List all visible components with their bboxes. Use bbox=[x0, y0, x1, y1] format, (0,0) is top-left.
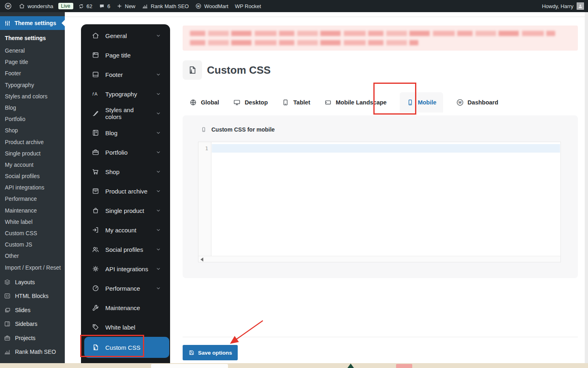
update-count: 62 bbox=[87, 3, 92, 9]
submenu-item-shop[interactable]: Shop bbox=[5, 125, 65, 136]
sidebar-item-theme-settings[interactable]: Theme settings bbox=[0, 16, 65, 30]
submenu-item-my-account[interactable]: My account bbox=[5, 160, 65, 171]
tab-label: Global bbox=[201, 99, 219, 106]
submenu-item-single-product[interactable]: Single product bbox=[5, 148, 65, 160]
save-options-button[interactable]: Save options bbox=[183, 345, 238, 360]
archive-icon bbox=[92, 187, 100, 195]
submenu-item-styles-and-colors[interactable]: Styles and colors bbox=[5, 91, 65, 102]
sliders-icon bbox=[4, 20, 11, 27]
sidebar-item-html-blocks[interactable]: HTML Blocks bbox=[0, 289, 65, 303]
brush-icon bbox=[92, 109, 100, 117]
tab-mobile-landscape[interactable]: Mobile Landscape bbox=[323, 92, 388, 113]
submenu-item-custom-css[interactable]: Custom CSS bbox=[5, 228, 65, 239]
sidebar-item-sidebars[interactable]: Sidebars bbox=[0, 317, 65, 331]
submenu-item-product-archive[interactable]: Product archive bbox=[5, 137, 65, 148]
theme-nav-general[interactable]: General bbox=[81, 26, 170, 45]
tab-label: Mobile Landscape bbox=[336, 99, 387, 106]
sidebar-item-rank-math-seo[interactable]: Rank Math SEO bbox=[0, 345, 65, 359]
avatar bbox=[577, 2, 584, 10]
theme-nav-shop[interactable]: Shop bbox=[81, 162, 170, 181]
theme-nav-single-product[interactable]: Single product bbox=[81, 201, 170, 220]
line-number: 1 bbox=[205, 144, 208, 153]
tab-desktop[interactable]: Desktop bbox=[232, 92, 268, 113]
theme-nav-performance[interactable]: Performance bbox=[81, 279, 170, 298]
tab-mobile[interactable]: Mobile bbox=[400, 92, 443, 113]
submenu-item-portfolio[interactable]: Portfolio bbox=[5, 114, 65, 125]
page-title-icon-box bbox=[183, 60, 202, 80]
sidebars-icon bbox=[4, 320, 11, 328]
theme-nav-custom-css[interactable]: Custom CSS bbox=[84, 337, 169, 358]
nav-label: API integrations bbox=[105, 266, 148, 272]
theme-nav-styles-and-colors[interactable]: Styles and colors bbox=[81, 104, 170, 123]
plus-icon bbox=[117, 3, 122, 9]
submenu-item-api-integrations[interactable]: API integrations bbox=[5, 182, 65, 194]
nav-label: Page title bbox=[105, 52, 131, 59]
submenu-item-general[interactable]: General bbox=[5, 45, 65, 57]
briefcase-icon bbox=[92, 148, 100, 156]
submenu-item-import-export-reset[interactable]: Import / Export / Reset bbox=[5, 262, 65, 274]
theme-nav-maintenance[interactable]: Maintenance bbox=[81, 298, 170, 317]
submenu-item-performance[interactable]: Performance bbox=[5, 194, 65, 205]
comments-menu[interactable]: 6 bbox=[96, 0, 113, 12]
sidebar-item-layouts[interactable]: Layouts bbox=[0, 275, 65, 289]
scroll-left-arrow-icon[interactable] bbox=[200, 257, 203, 262]
theme-nav-social-profiles[interactable]: Social profiles bbox=[81, 240, 170, 259]
slides-icon bbox=[4, 306, 11, 314]
wp-logo-menu[interactable] bbox=[0, 0, 15, 12]
nav-label: Shop bbox=[105, 168, 119, 175]
home-icon bbox=[19, 3, 25, 9]
submenu-item-other[interactable]: Other bbox=[5, 251, 65, 262]
new-content-menu[interactable]: New bbox=[113, 0, 138, 12]
tool-label: Layouts bbox=[15, 279, 35, 285]
woodmart-menu[interactable]: WoodMart bbox=[192, 0, 232, 12]
page-title: Custom CSS bbox=[207, 64, 271, 77]
nav-label: Custom CSS bbox=[105, 344, 141, 351]
tab-label: Tablet bbox=[293, 99, 310, 106]
layers-icon bbox=[4, 279, 11, 286]
tool-label: HTML Blocks bbox=[15, 293, 49, 299]
theme-nav-footer[interactable]: Footer bbox=[81, 65, 170, 84]
wp-rocket-menu[interactable]: WP Rocket bbox=[232, 0, 264, 12]
theme-nav-portfolio[interactable]: Portfolio bbox=[81, 143, 170, 162]
nav-label: White label bbox=[105, 324, 135, 331]
submenu-item-footer[interactable]: Footer bbox=[5, 68, 65, 79]
live-badge[interactable]: Live bbox=[58, 3, 73, 9]
phone-icon bbox=[200, 126, 207, 133]
sidebar-item-projects[interactable]: Projects bbox=[0, 331, 65, 345]
home-icon bbox=[92, 32, 100, 40]
submenu-item-custom-js[interactable]: Custom JS bbox=[5, 239, 65, 251]
editor-horizontal-scrollbar[interactable] bbox=[198, 256, 560, 262]
update-icon bbox=[78, 3, 84, 9]
theme-nav-blog[interactable]: Blog bbox=[81, 123, 170, 143]
editor-active-line[interactable] bbox=[212, 144, 560, 153]
updates-menu[interactable]: 62 bbox=[75, 0, 96, 12]
theme-nav-my-account[interactable]: My account bbox=[81, 220, 170, 240]
css-code-editor[interactable]: 1 bbox=[198, 142, 561, 262]
wp-admin-bar: wondersha Live 62 6 New Rank Math SEO Wo… bbox=[0, 0, 588, 12]
tab-tablet[interactable]: Tablet bbox=[281, 92, 311, 113]
tab-global[interactable]: Global bbox=[188, 92, 220, 113]
editor-label-text: Custom CSS for mobile bbox=[211, 126, 275, 133]
rank-math-menu[interactable]: Rank Math SEO bbox=[138, 0, 192, 12]
theme-nav-page-title[interactable]: Page title bbox=[81, 45, 170, 65]
save-button-label: Save options bbox=[198, 350, 232, 356]
submenu-item-page-title[interactable]: Page title bbox=[5, 57, 65, 68]
submenu-title-theme-settings[interactable]: Theme settings bbox=[5, 33, 65, 45]
admin-bar-account[interactable]: Howdy, Harry bbox=[542, 2, 588, 10]
theme-nav-api-integrations[interactable]: API integrations bbox=[81, 259, 170, 279]
page-title-icon bbox=[92, 51, 100, 59]
submenu-item-social-profiles[interactable]: Social profiles bbox=[5, 171, 65, 182]
tab-dashboard[interactable]: Dashboard bbox=[455, 92, 499, 113]
page-scrollbar[interactable] bbox=[585, 12, 588, 363]
theme-nav-product-archive[interactable]: Product archive bbox=[81, 181, 170, 201]
chevron-down-icon bbox=[156, 266, 161, 272]
submenu-item-typography[interactable]: Typography bbox=[5, 80, 65, 91]
theme-nav-white-label[interactable]: White label bbox=[81, 317, 170, 337]
submenu-item-blog[interactable]: Blog bbox=[5, 102, 65, 114]
submenu-item-white-label[interactable]: White label bbox=[5, 217, 65, 228]
gear-icon bbox=[92, 265, 100, 273]
sidebar-item-slides[interactable]: Slides bbox=[0, 303, 65, 317]
theme-nav-typography[interactable]: Typography bbox=[81, 84, 170, 104]
submenu-item-maintenance[interactable]: Maintenance bbox=[5, 205, 65, 217]
site-name-menu[interactable]: wondersha bbox=[15, 0, 57, 12]
